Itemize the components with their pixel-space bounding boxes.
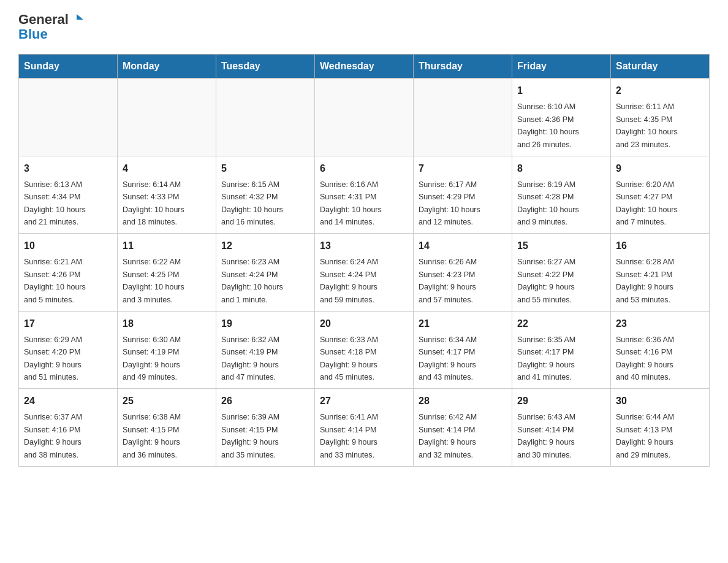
day-number: 11 (123, 239, 211, 253)
day-number: 21 (419, 316, 507, 331)
calendar-cell (216, 79, 315, 156)
calendar-cell: 29Sunrise: 6:43 AM Sunset: 4:14 PM Dayli… (512, 389, 611, 467)
day-number: 17 (24, 316, 112, 331)
calendar-cell: 20Sunrise: 6:33 AM Sunset: 4:18 PM Dayli… (315, 311, 414, 389)
day-number: 7 (419, 161, 507, 176)
calendar-cell: 11Sunrise: 6:22 AM Sunset: 4:25 PM Dayli… (118, 234, 216, 312)
calendar-cell: 28Sunrise: 6:42 AM Sunset: 4:14 PM Dayli… (414, 389, 512, 467)
day-info: Sunrise: 6:37 AM Sunset: 4:16 PM Dayligh… (24, 413, 82, 459)
logo-wordmark: General Blue (18, 12, 83, 42)
day-number: 3 (24, 161, 112, 176)
calendar-cell: 19Sunrise: 6:32 AM Sunset: 4:19 PM Dayli… (216, 311, 315, 389)
week-row-2: 3Sunrise: 6:13 AM Sunset: 4:34 PM Daylig… (19, 156, 710, 234)
day-info: Sunrise: 6:17 AM Sunset: 4:29 PM Dayligh… (419, 180, 480, 226)
day-info: Sunrise: 6:32 AM Sunset: 4:19 PM Dayligh… (221, 335, 279, 381)
day-info: Sunrise: 6:33 AM Sunset: 4:18 PM Dayligh… (320, 335, 378, 381)
day-info: Sunrise: 6:24 AM Sunset: 4:24 PM Dayligh… (320, 258, 378, 304)
day-number: 10 (24, 239, 112, 253)
calendar-cell: 7Sunrise: 6:17 AM Sunset: 4:29 PM Daylig… (414, 156, 512, 234)
day-info: Sunrise: 6:42 AM Sunset: 4:14 PM Dayligh… (419, 413, 477, 459)
day-number: 6 (320, 161, 408, 176)
calendar-cell: 25Sunrise: 6:38 AM Sunset: 4:15 PM Dayli… (118, 389, 216, 467)
calendar-cell: 3Sunrise: 6:13 AM Sunset: 4:34 PM Daylig… (19, 156, 118, 234)
day-number: 1 (517, 83, 605, 98)
day-info: Sunrise: 6:29 AM Sunset: 4:20 PM Dayligh… (24, 335, 82, 381)
day-info: Sunrise: 6:35 AM Sunset: 4:17 PM Dayligh… (517, 335, 575, 381)
day-info: Sunrise: 6:30 AM Sunset: 4:19 PM Dayligh… (123, 335, 181, 381)
day-info: Sunrise: 6:38 AM Sunset: 4:15 PM Dayligh… (123, 413, 181, 459)
day-number: 18 (123, 316, 211, 331)
calendar-cell: 4Sunrise: 6:14 AM Sunset: 4:33 PM Daylig… (118, 156, 216, 234)
day-info: Sunrise: 6:15 AM Sunset: 4:32 PM Dayligh… (221, 180, 283, 226)
calendar-cell: 1Sunrise: 6:10 AM Sunset: 4:36 PM Daylig… (512, 79, 611, 156)
calendar-cell: 18Sunrise: 6:30 AM Sunset: 4:19 PM Dayli… (118, 311, 216, 389)
calendar-cell: 15Sunrise: 6:27 AM Sunset: 4:22 PM Dayli… (512, 234, 611, 312)
day-number: 9 (616, 161, 704, 176)
calendar-cell: 14Sunrise: 6:26 AM Sunset: 4:23 PM Dayli… (414, 234, 512, 312)
page-header: General Blue (18, 12, 710, 42)
calendar-cell: 22Sunrise: 6:35 AM Sunset: 4:17 PM Dayli… (512, 311, 611, 389)
day-number: 22 (517, 316, 605, 331)
day-info: Sunrise: 6:20 AM Sunset: 4:27 PM Dayligh… (616, 180, 678, 226)
day-info: Sunrise: 6:16 AM Sunset: 4:31 PM Dayligh… (320, 180, 382, 226)
calendar-cell: 21Sunrise: 6:34 AM Sunset: 4:17 PM Dayli… (414, 311, 512, 389)
day-info: Sunrise: 6:11 AM Sunset: 4:35 PM Dayligh… (616, 102, 678, 148)
day-number: 23 (616, 316, 704, 331)
day-info: Sunrise: 6:36 AM Sunset: 4:16 PM Dayligh… (616, 335, 674, 381)
calendar-cell: 26Sunrise: 6:39 AM Sunset: 4:15 PM Dayli… (216, 389, 315, 467)
calendar-cell: 30Sunrise: 6:44 AM Sunset: 4:13 PM Dayli… (611, 389, 710, 467)
calendar-table: SundayMondayTuesdayWednesdayThursdayFrid… (18, 54, 710, 467)
calendar-cell (315, 79, 414, 156)
day-number: 16 (616, 239, 704, 253)
day-number: 30 (616, 394, 704, 408)
calendar-cell: 10Sunrise: 6:21 AM Sunset: 4:26 PM Dayli… (19, 234, 118, 312)
day-number: 27 (320, 394, 408, 408)
day-info: Sunrise: 6:34 AM Sunset: 4:17 PM Dayligh… (419, 335, 477, 381)
weekday-wednesday: Wednesday (315, 55, 414, 79)
day-number: 15 (517, 239, 605, 253)
day-info: Sunrise: 6:39 AM Sunset: 4:15 PM Dayligh… (221, 413, 279, 459)
day-number: 5 (221, 161, 309, 176)
week-row-1: 1Sunrise: 6:10 AM Sunset: 4:36 PM Daylig… (19, 79, 710, 156)
day-info: Sunrise: 6:14 AM Sunset: 4:33 PM Dayligh… (123, 180, 184, 226)
weekday-header-row: SundayMondayTuesdayWednesdayThursdayFrid… (19, 55, 710, 79)
day-info: Sunrise: 6:13 AM Sunset: 4:34 PM Dayligh… (24, 180, 86, 226)
week-row-3: 10Sunrise: 6:21 AM Sunset: 4:26 PM Dayli… (19, 234, 710, 312)
day-info: Sunrise: 6:19 AM Sunset: 4:28 PM Dayligh… (517, 180, 579, 226)
calendar-cell: 12Sunrise: 6:23 AM Sunset: 4:24 PM Dayli… (216, 234, 315, 312)
weekday-friday: Friday (512, 55, 611, 79)
weekday-monday: Monday (118, 55, 216, 79)
day-info: Sunrise: 6:22 AM Sunset: 4:25 PM Dayligh… (123, 258, 184, 304)
logo-flag-icon (70, 13, 83, 26)
logo-general: General (18, 12, 69, 27)
day-info: Sunrise: 6:27 AM Sunset: 4:22 PM Dayligh… (517, 258, 575, 304)
logo-blue: Blue (18, 26, 48, 42)
calendar-cell: 5Sunrise: 6:15 AM Sunset: 4:32 PM Daylig… (216, 156, 315, 234)
day-number: 13 (320, 239, 408, 253)
day-number: 20 (320, 316, 408, 331)
day-number: 24 (24, 394, 112, 408)
day-info: Sunrise: 6:43 AM Sunset: 4:14 PM Dayligh… (517, 413, 575, 459)
calendar-cell: 17Sunrise: 6:29 AM Sunset: 4:20 PM Dayli… (19, 311, 118, 389)
day-info: Sunrise: 6:10 AM Sunset: 4:36 PM Dayligh… (517, 102, 579, 148)
day-number: 8 (517, 161, 605, 176)
day-info: Sunrise: 6:23 AM Sunset: 4:24 PM Dayligh… (221, 258, 283, 304)
day-info: Sunrise: 6:41 AM Sunset: 4:14 PM Dayligh… (320, 413, 378, 459)
week-row-4: 17Sunrise: 6:29 AM Sunset: 4:20 PM Dayli… (19, 311, 710, 389)
weekday-tuesday: Tuesday (216, 55, 315, 79)
calendar-cell (414, 79, 512, 156)
calendar-cell: 27Sunrise: 6:41 AM Sunset: 4:14 PM Dayli… (315, 389, 414, 467)
day-number: 2 (616, 83, 704, 98)
day-number: 26 (221, 394, 309, 408)
weekday-sunday: Sunday (19, 55, 118, 79)
day-info: Sunrise: 6:26 AM Sunset: 4:23 PM Dayligh… (419, 258, 477, 304)
calendar-cell: 16Sunrise: 6:28 AM Sunset: 4:21 PM Dayli… (611, 234, 710, 312)
day-info: Sunrise: 6:21 AM Sunset: 4:26 PM Dayligh… (24, 258, 86, 304)
weekday-thursday: Thursday (414, 55, 512, 79)
day-info: Sunrise: 6:28 AM Sunset: 4:21 PM Dayligh… (616, 258, 674, 304)
day-number: 4 (123, 161, 211, 176)
day-info: Sunrise: 6:44 AM Sunset: 4:13 PM Dayligh… (616, 413, 674, 459)
day-number: 29 (517, 394, 605, 408)
day-number: 25 (123, 394, 211, 408)
calendar-cell: 9Sunrise: 6:20 AM Sunset: 4:27 PM Daylig… (611, 156, 710, 234)
